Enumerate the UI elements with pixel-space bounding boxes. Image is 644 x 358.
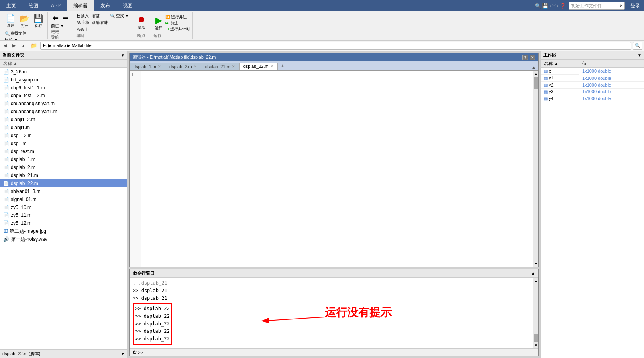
file-item-dianji1_2[interactable]: 📄 dianji1_2.m <box>0 116 127 124</box>
new-button[interactable]: 📄 新建 <box>4 13 17 29</box>
file-item-dsp1_2[interactable]: 📄 dsp1_2.m <box>0 132 127 140</box>
cmd-scroll-up[interactable]: ▲ <box>533 278 538 284</box>
addr-back-btn[interactable]: ◀ <box>2 42 9 49</box>
file-item-dsplab_21[interactable]: 📄 dsplab_21.m <box>0 171 127 179</box>
goto-button[interactable]: 前进 ▼ <box>51 23 64 29</box>
file-item-dsp1[interactable]: 📄 dsp1.m <box>0 140 127 148</box>
editor-scroll-thumb[interactable] <box>534 77 538 89</box>
open-button[interactable]: 📂 打开 <box>18 13 31 29</box>
help-icon[interactable]: ❓ <box>560 3 566 9</box>
file-item-wav[interactable]: 🔊 第一题-noisy.wav <box>0 235 127 243</box>
run-time-button[interactable]: ⏱ 运行并计时 <box>165 26 190 32</box>
file-item-zy5_12[interactable]: 📄 zy5_12.m <box>0 219 127 227</box>
run-advance-button[interactable]: ⏩ 运行并进 <box>165 14 190 20</box>
var-name-y2: ▦y2 <box>541 81 579 88</box>
cmd-scroll-down[interactable]: ▼ <box>533 342 538 348</box>
menu-item-view[interactable]: 视图 <box>116 0 139 11</box>
workspace-var-x[interactable]: ▦ x 1x1000 double <box>541 68 644 75</box>
redo-icon[interactable]: ↪ <box>554 3 559 9</box>
file-item-bd_asymp[interactable]: 📄 bd_asymp.m <box>0 76 127 84</box>
file-item-dianji1[interactable]: 📄 dianji1.m <box>0 124 127 132</box>
file-item-dsplab_22[interactable]: 📄 dsplab_22.m <box>0 179 127 187</box>
file-item-3_26[interactable]: 📄 3_26.m <box>0 68 127 76</box>
menu-item-publish[interactable]: 发布 <box>94 0 116 11</box>
editor-tab-dsplab21[interactable]: dsplab_21.m ✕ <box>201 63 240 70</box>
section-button[interactable]: %% 节 <box>76 26 90 33</box>
workspace-var-y1[interactable]: ▦y1 1x1000 double <box>541 75 644 81</box>
menu-item-plot[interactable]: 绘图 <box>22 0 45 11</box>
editor-tab-dsplab1[interactable]: dsplab_1.m ✕ <box>130 63 165 70</box>
file-item-zy5_10[interactable]: 📄 zy5_10.m <box>0 203 127 211</box>
file-item-dsp_test[interactable]: 📄 dsp_test.m <box>0 148 127 155</box>
menu-item-app[interactable]: APP <box>45 0 67 11</box>
comment-button[interactable]: % 注释 <box>76 20 90 26</box>
breakpoint-button[interactable]: ⏺ 断点 <box>135 13 147 31</box>
file-item-dsplab_2[interactable]: 📄 dsplab_2.m <box>0 163 127 171</box>
file-item-chuanganqishiyan[interactable]: 📄 chuanganqishiyan.m <box>0 100 127 108</box>
workspace-scroll-btn[interactable]: ▼ <box>638 53 642 57</box>
workspace-var-y3[interactable]: ▦y3 1x1000 double <box>541 88 644 95</box>
code-editor[interactable] <box>141 71 533 267</box>
workspace-search[interactable]: 初始工作文件件 ✕ <box>569 2 625 10</box>
addr-forward-btn[interactable]: ▶ <box>10 42 18 49</box>
dedent-button[interactable]: 取消缩进 <box>91 20 108 26</box>
left-panel-scroll-btn[interactable]: ▼ <box>121 53 125 57</box>
workspace-var-y4[interactable]: ▦y4 1x1000 double <box>541 95 644 102</box>
file-icon: 📄 <box>3 117 9 122</box>
save-icon[interactable]: 💾 <box>542 3 548 9</box>
find-replace-button[interactable]: 🔍 查找 ▼ <box>109 13 130 19</box>
insert-icon: fx <box>77 14 80 18</box>
editor-tab-add[interactable]: + <box>278 61 287 70</box>
left-panel-footer-scroll[interactable]: ▼ <box>121 352 125 356</box>
menu-item-editor[interactable]: 编辑器 <box>67 0 94 11</box>
tab-close-2[interactable]: ✕ <box>194 65 197 69</box>
addr-folder-btn[interactable]: 📁 <box>29 42 39 49</box>
editor-tab-dsplab22[interactable]: dsplab_22.m ✕ <box>240 63 278 70</box>
advance-button[interactable]: 进进 <box>51 29 64 35</box>
file-item-zy5_11[interactable]: 📄 zy5_11.m <box>0 211 127 219</box>
editor-tab-dsplab2[interactable]: dsplab_2.m ✕ <box>165 63 201 70</box>
editor-close-btn[interactable]: ✕ <box>530 55 535 60</box>
file-item-chp6_test1_1[interactable]: 📄 chp6_test1_1.m <box>0 84 127 92</box>
editor-scroll-right-top[interactable]: ▲ <box>529 64 538 70</box>
file-item-dsplab_1[interactable]: 📄 dsplab_1.m <box>0 155 127 163</box>
editor-scroll-down[interactable]: ▼ <box>533 261 538 267</box>
find-file-button[interactable]: 🔍 查找文件 <box>4 30 27 37</box>
file-item-signal_01[interactable]: 📄 signal_01.m <box>0 195 127 203</box>
editor-scrollbar[interactable]: ▲ ▼ <box>533 71 538 267</box>
tab-close-1[interactable]: ✕ <box>158 65 161 69</box>
file-item-shiyan01_3[interactable]: 📄 shiyan01_3.m <box>0 187 127 195</box>
workspace-search-clear[interactable]: ✕ <box>620 4 623 8</box>
tab-close-3[interactable]: ✕ <box>232 65 235 69</box>
undo-icon[interactable]: ↩ <box>549 3 554 9</box>
login-button[interactable]: 登录 <box>626 0 644 11</box>
menu-item-home[interactable]: 主页 <box>0 0 22 11</box>
editor-help-btn[interactable]: ? <box>522 55 528 60</box>
save-file-icon: 💾 <box>33 14 43 23</box>
cmd-scroll-thumb[interactable] <box>534 334 538 342</box>
addr-search-btn[interactable]: 🔍 <box>633 42 642 50</box>
search-icon[interactable]: 🔍 <box>535 3 541 9</box>
back-button[interactable]: ⬅ <box>51 13 60 23</box>
forward-button[interactable]: ➡ <box>61 13 70 23</box>
indent-button[interactable]: 缩进 <box>91 13 108 19</box>
tab-close-4[interactable]: ✕ <box>270 64 273 68</box>
save-button[interactable]: 💾 保存 <box>32 13 45 29</box>
command-scrollbar[interactable]: ▲ ▼ <box>533 278 538 348</box>
command-scroll-btn[interactable]: ▲ <box>531 271 535 275</box>
run-button[interactable]: ▶ 运行 <box>153 14 164 31</box>
command-title: 命令行窗口 <box>133 270 155 276</box>
file-item-chp6_test1_2[interactable]: 📄 chp6_test1_2.m <box>0 92 127 100</box>
toolbar-edit-label: 编辑 <box>76 33 84 39</box>
command-header: 命令行窗口 ▲ <box>130 269 538 278</box>
workspace-var-y2[interactable]: ▦y2 1x1000 double <box>541 81 644 88</box>
file-item-image[interactable]: 🖼 第二题-image.jpg <box>0 227 127 235</box>
file-item-chuanganqishiyan1[interactable]: 📄 chuanganqishiyan1.m <box>0 108 127 116</box>
insert-button[interactable]: fx 插入 <box>76 13 90 19</box>
file-icon: 📄 <box>3 125 9 130</box>
editor-scroll-up[interactable]: ▲ <box>533 71 538 77</box>
addr-up-btn[interactable]: ▲ <box>19 43 27 49</box>
compare-button[interactable]: 比较 ▼ <box>4 37 27 41</box>
toolbar-group-file: 📄 新建 📂 打开 💾 保存 🔍 查找文件 比较 ▼ 🖨 打印 ▼ 文件 <box>2 12 48 39</box>
step-button[interactable]: ⏭ 前进 <box>165 20 190 26</box>
